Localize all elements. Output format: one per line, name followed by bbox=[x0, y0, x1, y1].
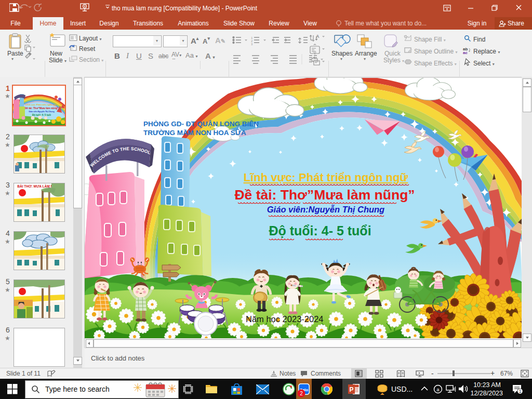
svg-text:Độ tuổi: 4- 5 tuổi: Độ tuổi: 4- 5 tuổi bbox=[32, 113, 51, 116]
svg-text:3: 3 bbox=[251, 43, 253, 46]
svg-text:P: P bbox=[349, 386, 353, 393]
svg-text:Giáo viên:Nguyễn Thị Chung: Giáo viên:Nguyễn Thị Chung bbox=[29, 111, 54, 113]
svg-text:Độ tuổi: 4- 5 tuổi: Độ tuổi: 4- 5 tuổi bbox=[269, 223, 371, 238]
svg-text:Giáo viên:Nguyễn Thị Chung: Giáo viên:Nguyễn Thị Chung bbox=[267, 204, 384, 214]
svg-text:Lĩnh vực: Phát triển ngôn ngữ: Lĩnh vực: Phát triển ngôn ngữ bbox=[26, 103, 58, 106]
svg-text:Lĩnh vực: Phát triển ngôn ngữ: Lĩnh vực: Phát triển ngôn ngữ bbox=[244, 171, 408, 184]
svg-text:TRƯỜNG MẦM NON HOA SỮA: TRƯỜNG MẦM NON HOA SỮA bbox=[143, 129, 246, 137]
svg-text:PHÒNG GD- ĐT QUẬN LONG BIÊN: PHÒNG GD- ĐT QUẬN LONG BIÊN bbox=[143, 120, 259, 128]
svg-text:Năm học 2023-2024: Năm học 2023-2024 bbox=[246, 314, 324, 324]
svg-text:Đề tài: Thơ”Mưa làm nũng”: Đề tài: Thơ”Mưa làm nũng” bbox=[234, 187, 415, 203]
svg-text:1: 1 bbox=[519, 389, 522, 394]
svg-text:2: 2 bbox=[300, 391, 303, 396]
svg-text:ac: ac bbox=[463, 50, 468, 54]
svg-text:a: a bbox=[436, 387, 439, 392]
svg-text:Đề tài: Thơ"Mưa làm nũng": Đề tài: Thơ"Mưa làm nũng" bbox=[24, 107, 59, 110]
